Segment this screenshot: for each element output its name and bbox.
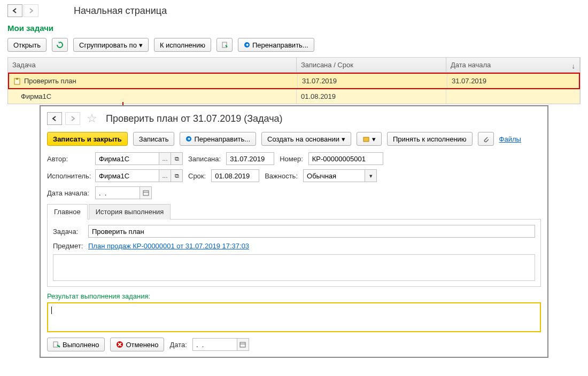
col-recorded[interactable]: Записана / Срок <box>297 58 446 72</box>
section-title: Мои задачи <box>0 21 588 38</box>
svg-rect-7 <box>143 191 149 195</box>
paperclip-icon <box>482 135 490 143</box>
ellipsis-button[interactable]: … <box>159 169 171 182</box>
calendar-button[interactable] <box>140 186 152 199</box>
redirect-label: Перенаправить... <box>194 135 250 143</box>
clipboard-icon <box>221 41 228 49</box>
redirect-icon <box>244 42 250 48</box>
check-arrow-icon <box>53 341 60 348</box>
author-input[interactable] <box>95 152 159 165</box>
tasks-table: Задача Записана / Срок Дата начала↓ Пров… <box>7 57 581 104</box>
dlg-back-button[interactable] <box>47 112 62 125</box>
number-label: Номер: <box>280 155 303 163</box>
start-date-input[interactable] <box>95 186 140 199</box>
dropdown-button[interactable]: ▾ <box>365 169 377 182</box>
recorded-input[interactable] <box>226 152 274 165</box>
done-button[interactable]: Выполнено <box>47 338 105 351</box>
tab-content-main: Задача: Предмет: План продаж КР-00000001… <box>47 220 541 287</box>
task-label: Задача: <box>53 228 84 236</box>
dlg-forward-button[interactable] <box>65 112 80 125</box>
to-execution-button[interactable]: К исполнению <box>154 38 211 52</box>
number-input[interactable] <box>308 152 383 165</box>
redirect-icon <box>185 136 192 142</box>
cancel-button[interactable]: Отменено <box>110 338 164 351</box>
description-textarea[interactable] <box>53 254 535 281</box>
ellipsis-button[interactable]: … <box>159 152 171 165</box>
deadline-input[interactable] <box>211 169 259 182</box>
create-based-button[interactable]: Создать на основании ▾ <box>261 132 351 146</box>
svg-rect-6 <box>363 137 369 142</box>
attach-button[interactable] <box>478 132 494 146</box>
task-icon-button[interactable] <box>216 38 233 52</box>
executor-label: Исполнитель: <box>47 172 90 180</box>
arrow-right-icon <box>69 115 76 122</box>
dialog-title: Проверить план от 31.07.2019 (Задача) <box>106 113 283 124</box>
bottom-date-input[interactable] <box>192 338 237 351</box>
save-close-button[interactable]: Записать и закрыть <box>47 132 128 146</box>
refresh-button[interactable] <box>52 38 68 52</box>
group-by-button[interactable]: Сгруппировать по▾ <box>73 38 149 52</box>
dialog-toolbar: Записать и закрыть Записать Перенаправит… <box>47 132 541 146</box>
task-input[interactable] <box>88 225 535 238</box>
task-dialog: ☆ Проверить план от 31.07.2019 (Задача) … <box>40 105 548 358</box>
svg-rect-11 <box>240 342 245 347</box>
importance-select[interactable] <box>303 169 365 182</box>
calendar-icon <box>143 190 149 196</box>
cancel-label: Отменено <box>126 341 158 349</box>
deadline-label: Срок: <box>188 172 206 180</box>
task-name: Фирма1С <box>8 89 297 104</box>
col-task[interactable]: Задача <box>8 58 297 72</box>
save-button[interactable]: Записать <box>133 132 175 146</box>
arrow-right-icon <box>28 7 34 14</box>
importance-label: Важность: <box>265 172 298 180</box>
svg-rect-9 <box>53 342 58 347</box>
arrow-left-icon <box>12 7 18 14</box>
refresh-icon <box>56 41 64 49</box>
open-ref-button[interactable]: ⧉ <box>171 169 183 182</box>
result-label: Результат выполнения задания: <box>47 292 541 300</box>
task-recorded: 31.07.2019 <box>298 74 447 88</box>
print-button[interactable]: ▾ <box>357 132 382 146</box>
nav-forward-button[interactable] <box>24 4 38 17</box>
start-label: Дата начала: <box>47 189 90 197</box>
tab-history[interactable]: История выполнения <box>89 204 171 220</box>
table-row[interactable]: Фирма1С 01.08.2019 <box>8 89 580 104</box>
redirect-label: Перенаправить... <box>252 41 308 49</box>
subject-label: Предмет: <box>53 242 84 250</box>
task-recorded: 01.08.2019 <box>297 89 446 104</box>
task-name: Проверить план <box>24 77 76 85</box>
done-label: Выполнено <box>63 341 99 349</box>
executor-input[interactable] <box>95 169 159 182</box>
dlg-redirect-button[interactable]: Перенаправить... <box>180 132 256 146</box>
result-textarea[interactable] <box>47 302 541 332</box>
arrow-left-icon <box>51 115 58 122</box>
dialog-bottom-toolbar: Выполнено Отменено Дата: <box>47 338 541 351</box>
chevron-down-icon: ▾ <box>342 135 345 143</box>
tabs: Главное История выполнения <box>47 203 541 220</box>
page-title: Начальная страница <box>74 5 167 17</box>
group-by-label: Сгруппировать по <box>79 41 137 49</box>
chevron-down-icon: ▾ <box>372 135 376 143</box>
redirect-button[interactable]: Перенаправить... <box>238 38 314 52</box>
folder-icon <box>362 135 370 143</box>
open-ref-button[interactable]: ⧉ <box>171 152 183 165</box>
topbar: Начальная страница <box>0 0 588 21</box>
subject-link[interactable]: План продаж КР-00000001 от 31.07.2019 17… <box>88 242 249 250</box>
accept-button[interactable]: Принять к исполнению <box>387 132 473 146</box>
favorite-star-icon[interactable]: ☆ <box>87 112 97 126</box>
svg-rect-3 <box>16 78 18 80</box>
col-start[interactable]: Дата начала↓ <box>446 58 580 72</box>
dialog-header: ☆ Проверить план от 31.07.2019 (Задача) <box>47 112 541 126</box>
sort-down-icon: ↓ <box>572 62 576 70</box>
clipboard-icon <box>13 77 21 85</box>
table-row[interactable]: Проверить план 31.07.2019 31.07.2019 <box>8 73 580 89</box>
open-button[interactable]: Открыть <box>7 38 47 52</box>
calendar-button[interactable] <box>237 338 249 351</box>
nav-back-button[interactable] <box>7 4 22 17</box>
table-header: Задача Записана / Срок Дата начала↓ <box>8 58 580 73</box>
bottom-date-label: Дата: <box>169 341 187 349</box>
files-link[interactable]: Файлы <box>499 135 521 143</box>
main-toolbar: Открыть Сгруппировать по▾ К исполнению П… <box>0 38 588 57</box>
cancel-icon <box>116 341 123 348</box>
tab-main[interactable]: Главное <box>47 204 88 220</box>
